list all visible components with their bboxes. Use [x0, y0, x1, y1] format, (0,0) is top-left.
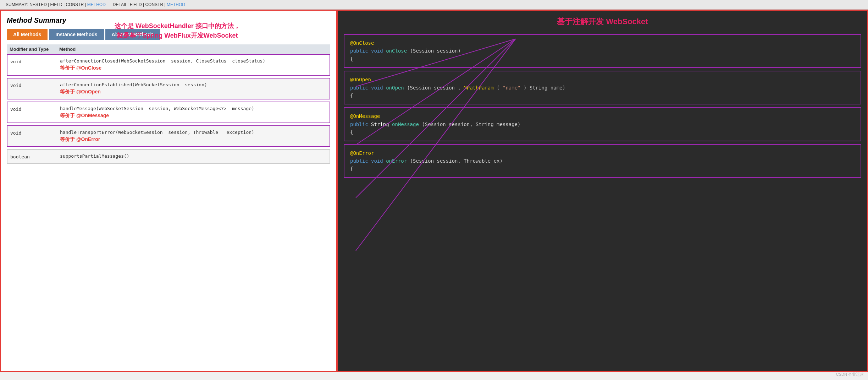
modifier-cell: void — [10, 106, 60, 112]
annotation-onmessage: @OnMessage — [350, 113, 380, 119]
modifier-header: Modifier and Type — [10, 47, 59, 52]
method-row-last: boolean supportsPartialMessages() — [7, 149, 330, 164]
all-methods-button[interactable]: All Methods — [7, 29, 48, 40]
method-sig: afterConnectionClosed(WebSocketSession s… — [60, 58, 327, 64]
summary-method-link[interactable]: METHOD — [87, 2, 106, 7]
right-panel: 基于注解开发 WebSocket @OnClose public void on… — [337, 10, 868, 372]
equiv-text: 等价于 @OnOpen — [60, 89, 327, 95]
method-row: void afterConnectionEstablished(WebSocke… — [7, 78, 330, 99]
instance-methods-button[interactable]: Instance Methods — [49, 29, 104, 40]
code-block-onclose: @OnClose public void onClose (Session se… — [344, 34, 861, 68]
method-row-inner: void afterConnectionClosed(WebSocketSess… — [7, 55, 330, 75]
modifier-cell: void — [10, 58, 60, 64]
method-row-inner: void afterConnectionEstablished(WebSocke… — [7, 78, 330, 99]
method-header: Method — [59, 47, 327, 52]
method-row: void afterConnectionClosed(WebSocketSess… — [7, 54, 330, 76]
main-container: Method Summary 这个是 WebSocketHandler 接口中的… — [0, 10, 868, 372]
detail-method-link[interactable]: METHOD — [167, 2, 185, 7]
method-cell: supportsPartialMessages() — [60, 153, 327, 159]
method-sig: supportsPartialMessages() — [60, 153, 327, 159]
table-header: Modifier and Type Method — [7, 44, 330, 54]
left-panel: Method Summary 这个是 WebSocketHandler 接口中的… — [0, 10, 337, 372]
method-row: void handleTransportError(WebSocketSessi… — [7, 125, 330, 147]
method-cell: afterConnectionEstablished(WebSocketSess… — [60, 82, 327, 95]
method-row-inner: void handleTransportError(WebSocketSessi… — [7, 126, 330, 146]
summary-label: SUMMARY: NESTED | FIELD | CONSTR | — [6, 2, 87, 7]
right-panel-title: 基于注解开发 WebSocket — [344, 16, 861, 27]
annotation-onerror: @OnError — [350, 150, 374, 156]
method-cell: handleMessage(WebSocketSession session, … — [60, 106, 327, 119]
code-block-onmessage: @OnMessage public String onMessage (Sess… — [344, 107, 861, 141]
equiv-text: 等价于 @OnError — [60, 136, 327, 143]
method-sig: afterConnectionEstablished(WebSocketSess… — [60, 82, 327, 87]
detail-label: DETAIL: FIELD | CONSTR | — [113, 2, 167, 7]
modifier-cell: void — [10, 130, 60, 136]
method-row: void handleMessage(WebSocketSession sess… — [7, 102, 330, 123]
modifier-cell: void — [10, 82, 60, 88]
equiv-text: 等价于 @OnClose — [60, 65, 327, 71]
method-cell: handleTransportError(WebSocketSession se… — [60, 130, 327, 143]
annotation-onclose: @OnClose — [350, 40, 374, 46]
top-navigation: SUMMARY: NESTED | FIELD | CONSTR | METHO… — [0, 0, 868, 10]
code-block-onopen: @OnOpen public void onOpen (Session sess… — [344, 71, 861, 104]
method-sig: handleMessage(WebSocketSession session, … — [60, 106, 327, 111]
method-row-inner: boolean supportsPartialMessages() — [7, 150, 330, 163]
annotation-text-left: 这个是 WebSocketHandler 接口中的方法， 就是基于Spring … — [115, 21, 240, 40]
method-sig: handleTransportError(WebSocketSession se… — [60, 130, 327, 135]
equiv-text: 等价于 @OnMessage — [60, 113, 327, 119]
modifier-cell: boolean — [10, 153, 60, 159]
method-cell: afterConnectionClosed(WebSocketSession s… — [60, 58, 327, 71]
annotation-onopen: @OnOpen — [350, 77, 371, 82]
watermark: CSDN 企业运营 — [836, 372, 864, 377]
code-block-onerror: @OnError public void onError (Session se… — [344, 144, 861, 178]
method-row-inner: void handleMessage(WebSocketSession sess… — [7, 102, 330, 123]
